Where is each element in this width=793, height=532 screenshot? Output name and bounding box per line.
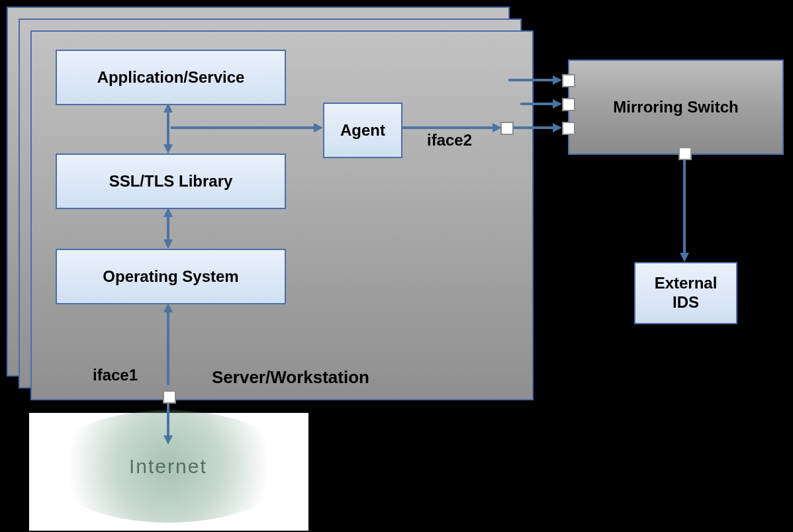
server-title: Server/Workstation xyxy=(212,367,369,388)
arrow-panel3-switch xyxy=(514,126,553,129)
arrow-head-down-1 xyxy=(163,144,173,154)
application-box: Application/Service xyxy=(56,50,286,105)
os-box: Operating System xyxy=(56,249,286,304)
arrow-head-p2 xyxy=(553,99,562,109)
switch-port-2 xyxy=(562,98,575,111)
iface1-label: iface1 xyxy=(93,366,138,384)
arrow-head-up-1 xyxy=(163,103,173,112)
arrow-head-p3 xyxy=(553,123,562,132)
arrow-os-iface1 xyxy=(167,311,169,385)
ssl-label: SSL/TLS Library xyxy=(109,172,233,191)
ssl-box: SSL/TLS Library xyxy=(56,154,286,209)
switch-port-1 xyxy=(562,74,575,87)
arrow-head-down-2 xyxy=(163,240,173,249)
arrow-panel1-switch xyxy=(508,79,553,81)
os-label: Operating System xyxy=(103,267,238,286)
application-label: Application/Service xyxy=(97,68,245,87)
internet-label: Internet xyxy=(129,455,207,478)
server-port-iface1 xyxy=(163,390,176,404)
arrow-ssl-os xyxy=(167,216,169,241)
external-ids-label: External IDS xyxy=(655,274,718,312)
arrow-panel2-switch xyxy=(520,103,553,105)
arrow-to-agent xyxy=(171,126,314,129)
arrow-switch-ids xyxy=(683,160,686,253)
arrow-head-iface2 xyxy=(492,123,502,132)
mirroring-switch-box: Mirroring Switch xyxy=(568,60,784,155)
external-ids-box: External IDS xyxy=(634,262,737,324)
iface2-label: iface2 xyxy=(427,131,472,150)
mirroring-switch-label: Mirroring Switch xyxy=(613,98,738,116)
agent-box: Agent xyxy=(323,103,402,158)
agent-label: Agent xyxy=(340,121,385,140)
arrow-head-up-3 xyxy=(163,303,173,312)
switch-port-3 xyxy=(562,122,575,135)
arrow-head-ids xyxy=(680,253,689,262)
arrow-head-cloud xyxy=(163,435,173,445)
arrow-head-up-2 xyxy=(163,208,173,217)
server-port-iface2 xyxy=(500,122,514,135)
arrow-app-ssl xyxy=(167,111,169,146)
arrow-iface1-cloud xyxy=(167,404,169,437)
diagram-root: Application/Service SSL/TLS Library Oper… xyxy=(0,0,793,532)
switch-port-bottom xyxy=(678,147,692,160)
arrow-head-agent xyxy=(314,123,323,132)
arrow-head-p1 xyxy=(553,75,562,85)
arrow-agent-to-iface2 xyxy=(401,126,494,129)
